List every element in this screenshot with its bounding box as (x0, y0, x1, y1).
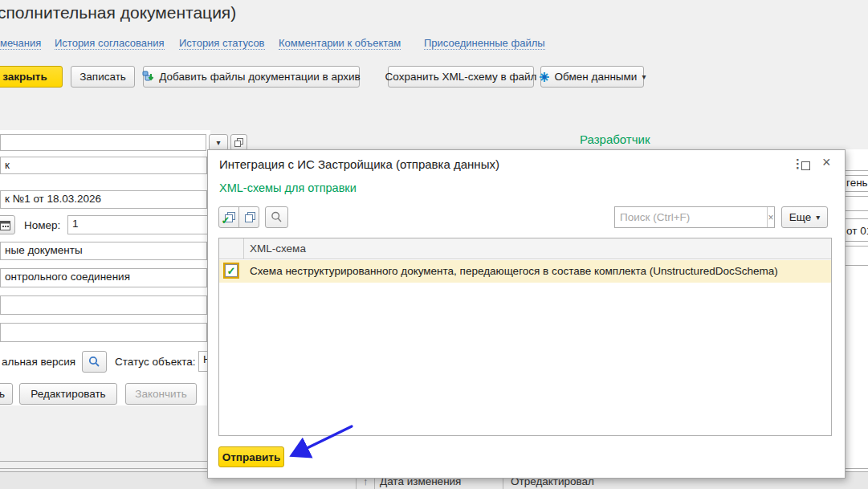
right-fragment-text: гень (846, 177, 868, 189)
finish-button[interactable]: Закончить (125, 383, 197, 405)
chevron-down-icon: ▾ (816, 214, 820, 222)
exchange-icon (539, 71, 550, 83)
check-all-button[interactable]: ✓ (218, 206, 239, 228)
save-and-close-label: и закрыть (0, 71, 47, 83)
chevron-down-icon: ▾ (642, 73, 646, 81)
act-number-field[interactable]: к №1 от 18.03.2026 (0, 190, 207, 209)
row-label: Схема неструктурированного документа, пе… (250, 265, 778, 277)
object-status-label: Статус объекта: (115, 356, 196, 368)
chevron-down-icon: ▾ (216, 139, 220, 147)
divider (846, 175, 868, 176)
divider (846, 191, 868, 192)
empty-field-2[interactable] (0, 323, 207, 342)
cut-button[interactable]: ь (0, 383, 13, 405)
close-icon[interactable]: × (822, 154, 831, 171)
divider (846, 196, 868, 197)
add-files-label: Добавить файлы документации в архив (159, 71, 361, 83)
divider (846, 246, 868, 247)
number-label: Номер: (24, 219, 60, 231)
divider (243, 238, 244, 259)
add-files-to-archive-button[interactable]: Добавить файлы документации в архив (143, 66, 360, 88)
search-field: × (614, 206, 775, 228)
link-attached-files[interactable]: Присоединенные файлы (424, 37, 545, 50)
connection-field[interactable]: онтрольного соединения (0, 268, 207, 287)
empty-field-1[interactable] (0, 295, 207, 315)
developer-badge: Разработчик (580, 132, 650, 146)
uncheck-all-icon (243, 212, 255, 223)
divider (846, 170, 868, 171)
table-row[interactable]: ✓ Схема неструктурированного документа, … (219, 260, 831, 283)
edit-button[interactable]: Редактировать (19, 383, 117, 405)
save-xml-label: Сохранить XML-схему в файл (385, 71, 537, 83)
open-window-button[interactable] (230, 134, 247, 151)
form-panel-right-strip (846, 149, 868, 472)
save-xml-schema-button[interactable]: Сохранить XML-схему в файл (388, 66, 534, 88)
divider (846, 241, 868, 242)
version-label: альная версия (2, 356, 75, 368)
table-header-row: XML-схема (219, 238, 831, 259)
version-search-button[interactable] (82, 351, 107, 373)
clear-search-icon[interactable]: × (767, 207, 774, 227)
dialog-title: Интеграция с ИС Застройщика (отправка да… (219, 157, 499, 171)
xml-schema-table: XML-схема ✓ Схема неструктурированного д… (218, 238, 832, 436)
column-header-xml-schema[interactable]: XML-схема (250, 242, 306, 255)
open-in-window-icon (234, 138, 243, 147)
uncheck-all-button[interactable] (238, 206, 259, 228)
row-checkbox[interactable]: ✓ (225, 264, 238, 277)
link-object-comments[interactable]: Комментарии к объектам (279, 37, 401, 50)
divider (846, 265, 868, 266)
right-fragment-text: от 01 (846, 225, 868, 237)
divider (846, 210, 868, 211)
dialog-subtitle: XML-схемы для отправки (219, 181, 357, 194)
data-exchange-button[interactable]: Обмен данными ▾ (540, 66, 644, 88)
archive-icon (142, 71, 154, 83)
more-label: Еще (789, 211, 811, 223)
send-button[interactable]: Отправить (218, 446, 284, 467)
document-field[interactable]: к (0, 157, 207, 174)
search-input[interactable] (615, 207, 767, 227)
number-input[interactable]: 1 (67, 215, 210, 234)
divider (846, 218, 868, 219)
more-button[interactable]: Еще ▾ (781, 206, 828, 228)
send-label: Отправить (222, 451, 281, 463)
combo-field[interactable] (0, 134, 206, 151)
edit-label: Редактировать (31, 388, 105, 400)
check-all-icon: ✓ (223, 212, 235, 223)
search-icon (88, 356, 100, 368)
divider (0, 461, 207, 462)
combo-dropdown-button[interactable]: ▾ (209, 134, 228, 151)
calendar-icon (0, 220, 10, 230)
maximize-icon[interactable] (801, 161, 810, 170)
link-status-history[interactable]: История статусов (179, 37, 265, 50)
search-button[interactable] (265, 206, 288, 228)
page-title: сполнительная документация) (0, 3, 236, 22)
save-button[interactable]: Записать (71, 66, 135, 88)
search-icon (271, 211, 283, 223)
finish-label: Закончить (135, 388, 186, 400)
calendar-button[interactable] (0, 215, 15, 234)
save-and-close-button[interactable]: и закрыть (0, 66, 63, 88)
exchange-label: Обмен данными (555, 71, 638, 83)
integration-dialog: Интеграция с ИС Застройщика (отправка да… (207, 149, 846, 479)
save-label: Записать (79, 71, 126, 83)
documents-field[interactable]: ные документы (0, 242, 207, 260)
cut-button-label: ь (0, 388, 5, 400)
link-approval-history[interactable]: История согласования (55, 37, 165, 50)
link-notes[interactable]: мечания (0, 37, 41, 50)
